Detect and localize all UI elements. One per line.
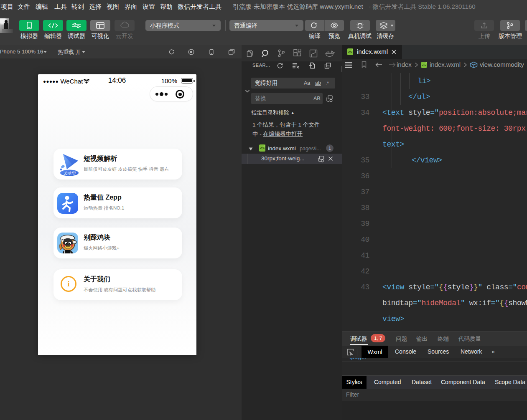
svg-text:去水印: 去水印 [64, 171, 76, 175]
